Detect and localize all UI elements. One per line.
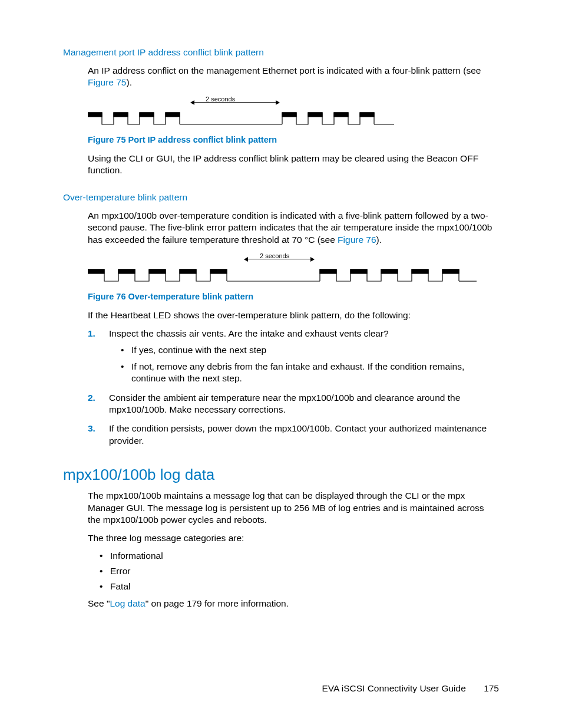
gap-arrow	[244, 259, 314, 259]
para-see-log-data: See "Log data" on page 179 for more info…	[88, 598, 499, 610]
section-log-data-body: The mpx100/100b maintains a message log …	[88, 490, 499, 610]
figure-75-diagram: 2 seconds	[88, 97, 499, 130]
para-log-intro: The mpx100/100b maintains a message log …	[88, 490, 499, 526]
step-marker: 3.	[88, 423, 95, 434]
steps-list: 1. Inspect the chassis air vents. Are th…	[88, 328, 499, 447]
step-text: If the condition persists, power down th…	[109, 423, 487, 445]
svg-rect-9	[118, 269, 135, 274]
heading-mgmt-port-conflict: Management port IP address conflict blin…	[63, 47, 499, 58]
heading-over-temp: Over-temperature blink pattern	[63, 192, 499, 203]
svg-rect-3	[166, 113, 180, 117]
step-1-sublist: If yes, continue with the next step If n…	[121, 344, 499, 384]
link-figure-75[interactable]: Figure 75	[88, 77, 126, 87]
figure-76-caption: Figure 76 Over-temperature blink pattern	[88, 292, 499, 301]
footer-title: EVA iSCSI Connectivity User Guide	[322, 683, 465, 693]
svg-rect-5	[308, 113, 322, 117]
link-log-data[interactable]: Log data	[110, 598, 145, 608]
svg-rect-14	[351, 269, 367, 274]
svg-rect-8	[88, 269, 104, 274]
svg-rect-10	[149, 269, 166, 274]
link-figure-76[interactable]: Figure 76	[338, 235, 376, 245]
para-log-categories: The three log message categories are:	[88, 532, 499, 544]
sub-item: If not, remove any debris from the fan i…	[121, 361, 499, 384]
para-if-heartbeat: If the Heartbeat LED shows the over-temp…	[88, 309, 499, 321]
svg-rect-17	[442, 269, 459, 274]
gap-arrow-row: 2 seconds	[88, 97, 499, 108]
step-marker: 1.	[88, 328, 95, 340]
category-item: Informational	[100, 550, 499, 562]
step-marker: 2.	[88, 392, 95, 404]
step-2: 2. Consider the ambient air temperature …	[88, 392, 499, 416]
text: ).	[376, 235, 382, 245]
svg-rect-12	[210, 269, 227, 274]
page-number: 175	[484, 683, 499, 694]
svg-rect-15	[381, 269, 398, 274]
sub-item: If yes, continue with the next step	[121, 344, 499, 356]
svg-rect-2	[140, 113, 154, 117]
step-1: 1. Inspect the chassis air vents. Are th…	[88, 328, 499, 385]
svg-rect-16	[412, 269, 428, 274]
pulse-train-5	[88, 266, 477, 287]
text: An mpx100/100b over-temperature conditio…	[88, 210, 492, 245]
page-footer: EVA iSCSI Connectivity User Guide 175	[0, 683, 562, 694]
para-mgmt-intro: An IP address conflict on the management…	[88, 65, 499, 89]
svg-rect-7	[360, 113, 374, 117]
svg-rect-4	[282, 113, 296, 117]
svg-rect-0	[88, 113, 102, 117]
svg-rect-1	[114, 113, 128, 117]
gap-arrow-row: 2 seconds	[88, 254, 499, 265]
category-item: Error	[100, 565, 499, 577]
step-text: Inspect the chassis air vents. Are the i…	[109, 328, 389, 338]
pulse-train-4	[88, 109, 394, 130]
section-mgmt-port-body: An IP address conflict on the management…	[88, 65, 499, 177]
step-3: 3. If the condition persists, power down…	[88, 423, 499, 447]
text: See "	[88, 598, 110, 608]
category-list: Informational Error Fatal	[100, 550, 499, 592]
gap-arrow	[191, 102, 279, 103]
figure-76-diagram: 2 seconds	[88, 254, 499, 287]
svg-rect-11	[180, 269, 196, 274]
text: ).	[126, 77, 131, 87]
para-over-temp-intro: An mpx100/100b over-temperature conditio…	[88, 210, 499, 246]
step-text: Consider the ambient air temperature nea…	[109, 393, 460, 414]
svg-rect-13	[320, 269, 336, 274]
category-item: Fatal	[100, 581, 499, 592]
para-mgmt-clear: Using the CLI or GUI, the IP address con…	[88, 153, 499, 177]
text: An IP address conflict on the management…	[88, 65, 481, 75]
text: " on page 179 for more information.	[146, 598, 289, 608]
figure-75-caption: Figure 75 Port IP address conflict blink…	[88, 135, 499, 144]
heading-log-data: mpx100/100b log data	[63, 466, 499, 484]
section-over-temp-body: An mpx100/100b over-temperature conditio…	[88, 210, 499, 447]
svg-rect-6	[334, 113, 348, 117]
